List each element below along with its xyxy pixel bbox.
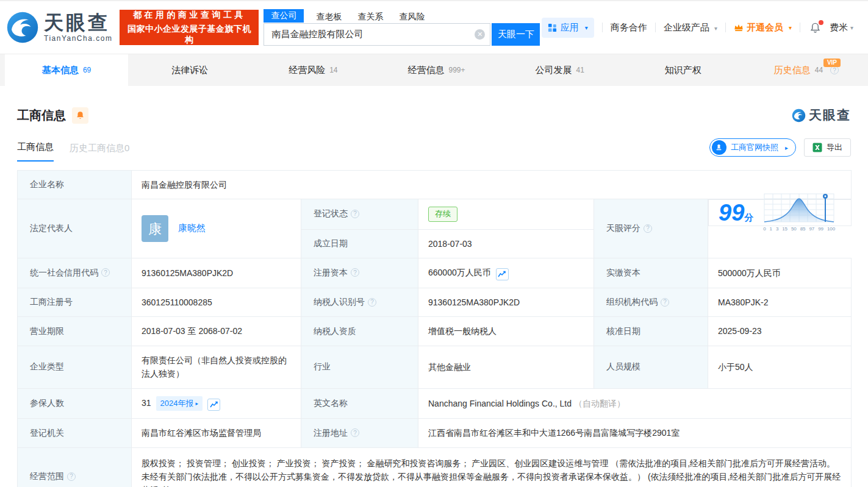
chevron-right-icon: ▸: [196, 399, 199, 408]
field-value: 660000万人民币: [428, 268, 491, 277]
divider: [655, 23, 656, 32]
help-icon[interactable]: ?: [351, 268, 359, 277]
help-icon[interactable]: ?: [101, 268, 110, 277]
main-tabs: 基本信息 69 法律诉讼 经营风险 14 经营信息 999+ 公司发展 41 知…: [0, 54, 868, 86]
section-title: 工商信息: [17, 107, 66, 124]
subtab-history-business-info[interactable]: 历史工商信息0: [70, 143, 129, 162]
annual-report-badge[interactable]: 2024年报▸: [156, 396, 203, 411]
subtab-business-info[interactable]: 工商信息: [17, 141, 54, 162]
search-button[interactable]: 天眼一下: [492, 23, 540, 46]
help-icon[interactable]: ?: [661, 298, 669, 307]
table-row: 法定代表人 康 康晓然 登记状态? 存续 天眼评分? 99分: [18, 199, 852, 229]
score-number: 99: [719, 200, 744, 226]
search-tab-boss[interactable]: 查老板: [316, 12, 342, 23]
export-label: 导出: [827, 142, 842, 153]
reg-address-value: 江西省南昌市红谷滩区丰和中大道1266号南昌富隆城写字楼2901室: [418, 419, 852, 447]
taxpayer-id-label: 纳税人识别号?: [301, 288, 418, 316]
search-tab-company[interactable]: 查公司: [264, 9, 304, 23]
tab-label: 历史信息: [774, 65, 811, 76]
divider: [800, 23, 800, 32]
credit-code-label: 统一社会信用代码?: [18, 258, 132, 288]
search-tab-relation[interactable]: 查关系: [357, 12, 383, 23]
establish-date-label: 成立日期: [301, 229, 418, 258]
tianyancha-logo[interactable]: 天眼查 TianYanCha.com: [6, 11, 112, 44]
open-vip-button[interactable]: 开通会员 ▾: [734, 22, 792, 34]
help-icon[interactable]: ?: [67, 472, 76, 481]
score-axis-ticks: 0131550859799100: [763, 226, 835, 233]
trend-chart-icon[interactable]: [496, 268, 509, 280]
score-unit: 分: [744, 212, 753, 222]
tab-legal-proceedings[interactable]: 法律诉讼: [128, 54, 251, 86]
staff-size-label: 人员规模: [594, 346, 708, 388]
help-icon[interactable]: ?: [830, 66, 839, 74]
tab-history-info[interactable]: 历史信息 44 ? VIP: [745, 54, 868, 86]
field-label: 组织机构代码: [606, 297, 658, 307]
apps-menu[interactable]: 应用 ▾: [542, 18, 594, 38]
search-input[interactable]: [264, 23, 490, 46]
insured-count-value: 312024年报▸: [132, 388, 301, 419]
legal-rep-label: 法定代表人: [18, 199, 132, 258]
taxpayer-quality-label: 纳税人资质: [301, 317, 418, 346]
org-code-label: 组织机构代码?: [594, 288, 708, 316]
avatar[interactable]: 康: [142, 215, 168, 242]
company-type-label: 企业类型: [18, 346, 132, 388]
help-icon[interactable]: ?: [351, 428, 359, 437]
trend-chart-icon[interactable]: [207, 399, 220, 411]
chevron-down-icon: ▾: [585, 24, 588, 31]
username: 费米: [830, 22, 848, 34]
credit-code-value: 91360125MA380PJK2D: [132, 258, 301, 288]
tab-company-development[interactable]: 公司发展 41: [498, 54, 622, 86]
vip-label: 开通会员: [747, 22, 783, 34]
field-label: 经营范围: [30, 471, 64, 481]
business-info-table: 企业名称 南昌金融控股有限公司 法定代表人 康 康晓然 登记状态? 存续 天眼评…: [17, 170, 852, 487]
tab-operating-info[interactable]: 经营信息 999+: [375, 54, 498, 86]
tab-count: 999+: [448, 66, 465, 74]
reg-capital-label: 注册资本?: [301, 258, 418, 288]
legal-rep-link[interactable]: 康晓然: [178, 222, 206, 233]
watermark-text: 天眼查: [809, 107, 851, 124]
field-label: 注册资本: [314, 268, 348, 277]
help-icon[interactable]: ?: [351, 210, 359, 218]
insured-count-label: 参保人数: [18, 388, 132, 419]
company-type-value: 有限责任公司（非自然人投资或控股的法人独资）: [132, 346, 301, 388]
auto-translate-note: （自动翻译）: [574, 399, 625, 408]
score-distribution-chart: 0131550859799100: [763, 193, 835, 233]
user-menu[interactable]: 费米 ▾: [830, 22, 853, 34]
tab-operating-risk[interactable]: 经营风险 14: [251, 54, 375, 86]
top-nav: 应用 ▾ 商务合作 企业级产品 ▾ 开通会员 ▾ 费米: [542, 18, 853, 38]
tianyancha-eye-icon: [792, 108, 806, 123]
tianyancha-eye-icon: [6, 11, 39, 44]
field-label: 纳税人识别号: [314, 297, 365, 307]
divider: [725, 23, 726, 32]
reg-address-label: 注册地址?: [301, 419, 418, 447]
help-icon[interactable]: ?: [368, 298, 376, 307]
english-name-label: 英文名称: [301, 388, 418, 419]
nav-enterprise-products[interactable]: 企业级产品 ▾: [664, 22, 717, 34]
tab-intellectual-property[interactable]: 知识产权: [622, 54, 745, 86]
establish-date-value: 2018-07-03: [418, 229, 594, 258]
table-row: 企业名称 南昌金融控股有限公司: [18, 171, 852, 199]
tab-count: 41: [576, 66, 584, 74]
staff-size-value: 小于50人: [708, 346, 852, 388]
chevron-down-icon: ▾: [789, 24, 792, 31]
field-value: Nanchang Financial Holdings Co., Ltd: [428, 399, 572, 408]
monitor-bell-button[interactable]: [72, 107, 88, 124]
field-label: 天眼评分: [606, 223, 640, 233]
chevron-down-icon: ▾: [714, 25, 717, 32]
enterprise-label: 企业级产品: [664, 22, 709, 32]
search-tab-risk[interactable]: 查风险: [399, 12, 425, 23]
tab-basic-info[interactable]: 基本信息 69: [5, 54, 128, 86]
help-icon[interactable]: ?: [644, 224, 652, 233]
export-button[interactable]: 导出: [804, 138, 851, 157]
snapshot-label: 工商官网快照: [731, 142, 778, 153]
nav-business-cooperation[interactable]: 商务合作: [611, 22, 647, 34]
notifications-button[interactable]: [809, 22, 821, 34]
company-name-label: 企业名称: [18, 171, 132, 199]
app-grid-icon: [548, 23, 557, 32]
logo-title: 天眼查: [44, 13, 112, 32]
field-label: 登记状态: [314, 208, 348, 218]
official-snapshot-button[interactable]: 工商官网快照 ▸: [709, 138, 796, 157]
chevron-right-icon: ▸: [785, 144, 788, 151]
industry-label: 行业: [301, 346, 418, 388]
score-value: 99分: [708, 199, 852, 226]
